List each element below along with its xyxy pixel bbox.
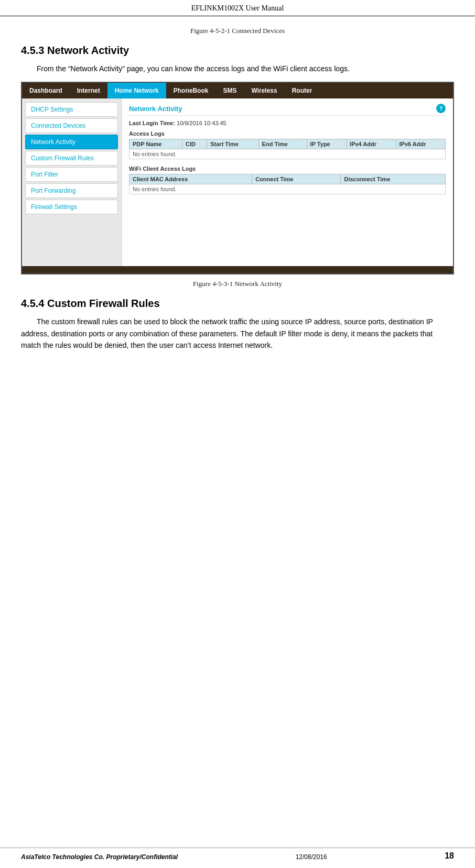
sidebar-item-port-forwarding[interactable]: Port Forwarding [25, 183, 118, 198]
document-title: EFLINKM1002X User Manual [191, 4, 284, 12]
col-ip-type: IP Type [307, 139, 346, 149]
col-pdp-name: PDP Name [129, 139, 182, 149]
ui-dark-bar [22, 266, 453, 273]
figure2-caption: Figure 4-5-3-1 Network Activity [21, 280, 454, 288]
nav-item-router[interactable]: Router [285, 83, 320, 98]
sidebar-item-port-filter[interactable]: Port Filter [25, 167, 118, 182]
wifi-logs-table: Client MAC Address Connect Time Disconne… [129, 174, 446, 194]
table-row: No entries found. [129, 184, 446, 194]
col-ipv6-addr: IPv6 Addr [396, 139, 445, 149]
section-454-body: The custom firewall rules can be used to… [21, 316, 454, 351]
footer-date: 12/08/2016 [296, 853, 327, 861]
section-453-heading: 4.5.3 Network Activity [21, 45, 454, 57]
no-entries-access: No entries found. [129, 149, 446, 159]
no-entries-wifi: No entries found. [129, 184, 446, 194]
col-disconnect-time: Disconnect Time [341, 174, 446, 184]
footer-page: 18 [445, 851, 454, 861]
help-icon[interactable]: ? [436, 104, 446, 113]
access-logs-table: PDP Name CID Start Time End Time IP Type… [129, 139, 446, 159]
ui-sidebar: DHCP Settings Connected Devices Network … [22, 98, 122, 266]
page-header: EFLINKM1002X User Manual [0, 0, 475, 16]
sidebar-item-network-activity[interactable]: Network Activity [25, 135, 118, 149]
col-end-time: End Time [258, 139, 307, 149]
nav-item-phonebook[interactable]: PhoneBook [166, 83, 216, 98]
col-client-mac: Client MAC Address [129, 174, 252, 184]
access-logs-label: Access Logs [129, 130, 446, 137]
nav-item-wireless[interactable]: Wireless [244, 83, 284, 98]
footer-company: AsiaTelco Technologies Co. Proprietary/C… [21, 853, 178, 861]
sidebar-item-dhcp[interactable]: DHCP Settings [25, 102, 118, 117]
nav-item-internet[interactable]: Internet [70, 83, 107, 98]
section-454-heading: 4.5.4 Custom Firewall Rules [21, 298, 454, 310]
sidebar-item-connected-devices[interactable]: Connected Devices [25, 118, 118, 133]
page-footer: AsiaTelco Technologies Co. Proprietary/C… [0, 848, 475, 861]
ui-last-login: Last Login Time: 10/9/2016 10:43:45 [129, 120, 446, 126]
col-ipv4-addr: IPv4 Addr [347, 139, 396, 149]
col-start-time: Start Time [207, 139, 258, 149]
ui-screenshot: Dashboard Internet Home Network PhoneBoo… [21, 82, 454, 274]
page-content: Figure 4-5-2-1 Connected Devices 4.5.3 N… [0, 16, 475, 380]
table-row: No entries found. [129, 149, 446, 159]
sidebar-item-firewall-settings[interactable]: Firewall Settings [25, 200, 118, 214]
col-cid: CID [182, 139, 207, 149]
figure1-caption: Figure 4-5-2-1 Connected Devices [21, 27, 454, 35]
nav-item-dashboard[interactable]: Dashboard [22, 83, 70, 98]
ui-main-title: Network Activity ? [129, 104, 446, 116]
nav-item-sms[interactable]: SMS [215, 83, 244, 98]
ui-main: Network Activity ? Last Login Time: 10/9… [122, 98, 453, 266]
col-connect-time: Connect Time [252, 174, 341, 184]
ui-body: DHCP Settings Connected Devices Network … [22, 98, 453, 266]
sidebar-item-custom-firewall[interactable]: Custom Firewall Rules [25, 151, 118, 166]
wifi-logs-label: WiFi Client Access Logs [129, 166, 446, 172]
section-453-body: From the “Network Activity” page, you ca… [21, 63, 454, 74]
ui-nav-bar: Dashboard Internet Home Network PhoneBoo… [22, 83, 453, 98]
nav-item-homenetwork[interactable]: Home Network [107, 83, 166, 98]
